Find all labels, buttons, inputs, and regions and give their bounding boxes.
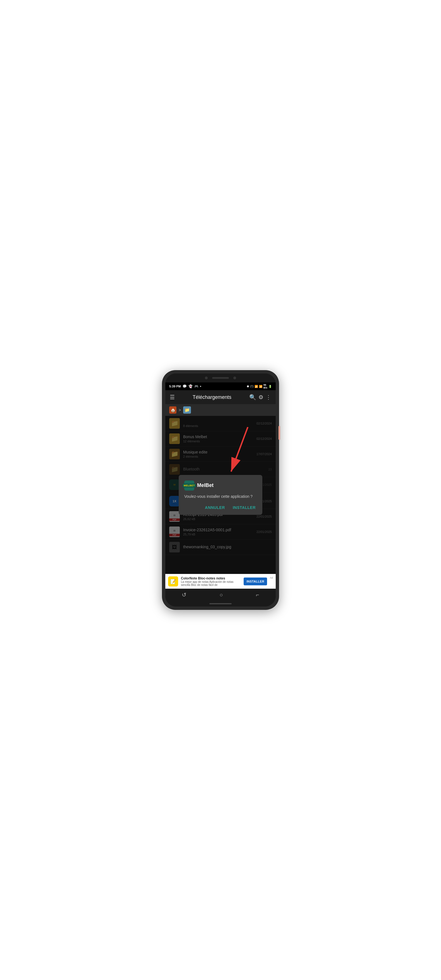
status-right: ✱ 📳 📶 📶 96B/s 🔋 [247,383,272,389]
signal-icon: 📶 [259,385,262,388]
ad-label: Ad [270,576,273,579]
install-button[interactable]: INSTALLER [232,504,257,511]
app-bar: ☰ Téléchargements 🔍 ⚙ ⋮ [165,390,276,404]
breadcrumb-separator: > [179,408,181,412]
camera-dot [205,377,208,379]
file-list[interactable]: 📁 8 éléments 02/12/2024 📁 Bonus Melbet 1… [165,416,276,574]
phone-frame: 5:39 PM 💬 👻 🎮 • ✱ 📳 📶 📶 96B/s 🔋 ☰ Téléch… [162,370,279,610]
instruction-arrow [226,427,259,477]
status-bar: 5:39 PM 💬 👻 🎮 • ✱ 📳 📶 📶 96B/s 🔋 [165,382,276,390]
ad-title: ColorNote Bloc-notes notes [181,576,241,580]
status-left: 5:39 PM 💬 👻 🎮 • [169,384,201,388]
bluetooth-icon: ✱ [247,385,249,388]
dialog-overlay: MELBET MelBet Voulez-vous installer cett… [165,416,276,574]
filter-icon[interactable]: ⚙ [257,393,264,402]
colornote-icon: 📝 [168,576,178,586]
dialog-app-icon: MELBET [184,480,194,490]
whatsapp-icon: 💬 [183,384,187,388]
vibrate-icon: 📳 [250,385,253,388]
melbet-logo-text: MELBET [183,484,196,487]
home-icon: 🏠 [170,408,175,412]
ghost-icon: 👻 [188,384,193,388]
gamepad-icon: 🎮 [194,384,199,388]
current-folder-breadcrumb[interactable]: 📁 [183,406,191,414]
ad-description: La mejor app de notas Aplicación de nota… [181,580,241,586]
menu-icon[interactable]: ☰ [169,393,176,402]
ad-text: ColorNote Bloc-notes notes La mejor app … [181,576,241,586]
dot-icon: • [200,384,201,388]
ad-install-button[interactable]: INSTALLER [244,578,267,585]
dialog-app-name: MelBet [197,482,213,488]
home-breadcrumb[interactable]: 🏠 [169,406,177,414]
cancel-button[interactable]: ANNULER [204,504,226,511]
side-button[interactable] [279,426,280,440]
time-display: 5:39 PM [169,385,181,388]
install-dialog: MELBET MelBet Voulez-vous installer cett… [179,475,262,515]
recents-button[interactable]: ⌐ [254,590,261,600]
folder-icon: 📁 [185,407,190,412]
more-menu-icon[interactable]: ⋮ [264,393,272,402]
wifi-icon: 📶 [255,385,258,388]
back-button[interactable]: ↺ [180,589,189,600]
app-title: Téléchargements [176,395,248,400]
home-button[interactable]: ○ [217,590,225,600]
battery-icon: 🔋 [269,385,272,388]
phone-top-decor [165,374,276,382]
dialog-message: Voulez-vous installer cette application … [184,494,257,500]
phone-bottom-decor [165,601,276,606]
bottom-navigation: ↺ ○ ⌐ [165,589,276,601]
gesture-bar [209,603,232,604]
data-speed: 96B/s [263,383,267,389]
speaker-bar [212,377,229,379]
dialog-actions: ANNULER INSTALLER [184,504,257,511]
camera-dot-2 [233,377,236,379]
breadcrumb: 🏠 > 📁 [165,404,276,416]
dialog-header: MELBET MelBet [184,480,257,490]
ad-banner: 📝 ColorNote Bloc-notes notes La mejor ap… [165,574,276,589]
svg-line-1 [231,427,248,472]
phone-screen: 5:39 PM 💬 👻 🎮 • ✱ 📳 📶 📶 96B/s 🔋 ☰ Téléch… [165,374,276,606]
search-icon[interactable]: 🔍 [248,393,257,402]
